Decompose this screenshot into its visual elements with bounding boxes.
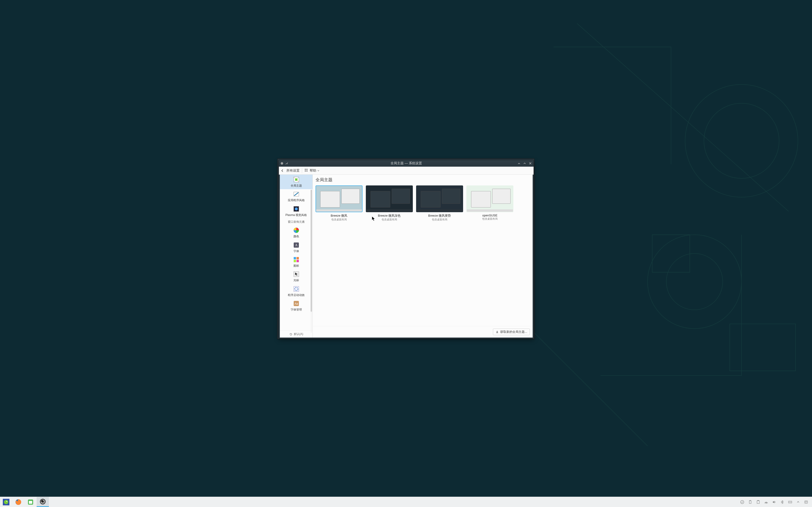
svg-rect-12 <box>295 178 297 181</box>
sidebar-item-label: 应用程序风格 <box>288 199 305 202</box>
sidebar-item-font-management[interactable]: Aa 字体管理 <box>280 298 312 313</box>
theme-subtitle: 包含桌面布局 <box>331 218 347 221</box>
sidebar-item-colors[interactable]: 颜色 <box>280 225 312 240</box>
sidebar-item-fonts[interactable]: A 字体 <box>280 240 312 255</box>
sidebar-item-icons[interactable]: 图标 <box>280 255 312 269</box>
svg-rect-38 <box>750 500 751 501</box>
taskbar-obs[interactable] <box>37 497 49 507</box>
sidebar-item-global-theme[interactable]: 全局主题 <box>280 175 312 189</box>
titlebar[interactable]: 全局主题 — 系统设置 <box>279 160 534 167</box>
theme-name: Breeze 微风深色 <box>378 214 401 218</box>
app-style-icon <box>293 190 300 198</box>
system-tray <box>740 500 812 504</box>
sidebar-item-plasma-style[interactable]: Plasma 视觉风格 <box>280 204 312 219</box>
page-title: 全局主题 <box>313 175 532 184</box>
svg-rect-4 <box>730 324 796 371</box>
reset-icon <box>289 333 293 336</box>
svg-rect-19 <box>294 257 296 260</box>
svg-rect-39 <box>757 501 759 504</box>
theme-subtitle: 包含桌面布局 <box>482 217 498 221</box>
defaults-button[interactable]: 默认(A) <box>280 331 312 338</box>
svg-point-3 <box>666 253 723 310</box>
svg-rect-22 <box>297 260 299 262</box>
cursors-icon <box>293 271 300 278</box>
svg-rect-8 <box>306 169 308 170</box>
theme-card[interactable]: Breeze 微风包含桌面布局 <box>315 185 362 221</box>
taskbar-launchers <box>0 497 49 507</box>
theme-subtitle: 包含桌面布局 <box>382 218 397 221</box>
svg-rect-9 <box>305 170 306 172</box>
sidebar-item-cursors[interactable]: 光标 <box>280 269 312 284</box>
maximize-button[interactable] <box>522 161 527 166</box>
svg-point-15 <box>295 208 298 210</box>
theme-thumbnail <box>416 185 463 212</box>
view-mode-icon[interactable] <box>305 169 308 173</box>
tray-keyboard-icon[interactable] <box>788 500 792 504</box>
theme-subtitle: 包含桌面布局 <box>432 218 447 221</box>
taskbar-app-launcher[interactable] <box>0 497 12 507</box>
font-management-icon: Aa <box>293 300 300 307</box>
minimize-button[interactable] <box>517 161 521 166</box>
svg-rect-5 <box>652 235 690 272</box>
back-button[interactable] <box>280 169 285 173</box>
svg-point-0 <box>685 84 798 197</box>
svg-point-30 <box>6 501 7 502</box>
colors-icon <box>293 227 300 234</box>
close-button[interactable] <box>528 161 532 166</box>
theme-thumbnail <box>315 185 362 212</box>
toolbar: 所有设置 帮助 <box>279 167 534 175</box>
svg-point-29 <box>4 500 8 504</box>
svg-rect-37 <box>749 501 751 504</box>
help-menu[interactable]: 帮助 <box>310 169 319 173</box>
all-settings-button[interactable]: 所有设置 <box>287 169 300 173</box>
theme-grid: Breeze 微风包含桌面布局Breeze 微风深色包含桌面布局Breeze 微… <box>313 184 532 223</box>
sidebar-item-label: 全局主题 <box>291 184 302 187</box>
svg-rect-7 <box>305 169 306 170</box>
sidebar-item-app-style[interactable]: 应用程序风格 <box>280 189 312 204</box>
theme-card[interactable]: openSUSE包含桌面布局 <box>466 185 513 221</box>
theme-thumbnail <box>466 185 513 212</box>
launch-feedback-icon <box>293 285 300 292</box>
svg-rect-21 <box>294 260 296 262</box>
tray-notifications-icon[interactable] <box>804 500 808 504</box>
sidebar-item-label: Plasma 视觉风格 <box>286 213 307 217</box>
download-icon <box>496 330 499 334</box>
theme-card[interactable]: Breeze 微风黄昏包含桌面布局 <box>416 185 463 221</box>
theme-name: openSUSE <box>483 214 497 217</box>
sidebar-item-label: 光标 <box>294 279 299 282</box>
sidebar-item-label: 颜色 <box>294 235 299 238</box>
theme-name: Breeze 微风 <box>331 214 348 218</box>
svg-rect-10 <box>306 170 308 172</box>
svg-point-41 <box>766 503 767 504</box>
theme-name: Breeze 微风黄昏 <box>428 214 451 218</box>
svg-rect-44 <box>805 501 808 503</box>
taskbar-files[interactable] <box>24 497 37 507</box>
wallpaper-art <box>530 0 812 507</box>
svg-text:Aa: Aa <box>294 302 298 305</box>
tray-network-icon[interactable] <box>764 500 768 504</box>
theme-card[interactable]: Breeze 微风深色包含桌面布局 <box>366 185 413 221</box>
firefox-icon <box>15 499 21 505</box>
sidebar-item-label: 程序启动动效 <box>288 293 305 297</box>
svg-rect-33 <box>29 501 32 504</box>
taskbar <box>0 497 812 507</box>
global-theme-icon <box>293 176 300 183</box>
content-area: 全局主题 Breeze 微风包含桌面布局Breeze 微风深色包含桌面布局Bre… <box>313 175 532 338</box>
tray-chevron-icon[interactable] <box>796 500 800 504</box>
sidebar-scrollbar[interactable] <box>311 190 312 333</box>
theme-thumbnail <box>366 185 413 212</box>
tray-updates-icon[interactable] <box>740 500 744 504</box>
get-new-themes-button[interactable]: 获取新的全局主题... <box>493 329 530 335</box>
sidebar-item-launch-feedback[interactable]: 程序启动动效 <box>280 284 312 298</box>
tray-clipboard-icon[interactable] <box>756 500 760 504</box>
sidebar-item-label: 字体管理 <box>291 308 302 311</box>
plasma-style-icon <box>293 205 300 213</box>
taskbar-firefox[interactable] <box>12 497 24 507</box>
window-title: 全局主题 — 系统设置 <box>279 161 534 165</box>
tray-usb-icon[interactable] <box>748 500 752 504</box>
tray-volume-icon[interactable] <box>772 500 776 504</box>
sidebar-section-heading: 窗口装饰元素 <box>280 219 312 225</box>
obs-icon <box>40 498 46 505</box>
tray-bluetooth-icon[interactable] <box>780 500 784 504</box>
opensuse-start-icon <box>3 499 9 505</box>
